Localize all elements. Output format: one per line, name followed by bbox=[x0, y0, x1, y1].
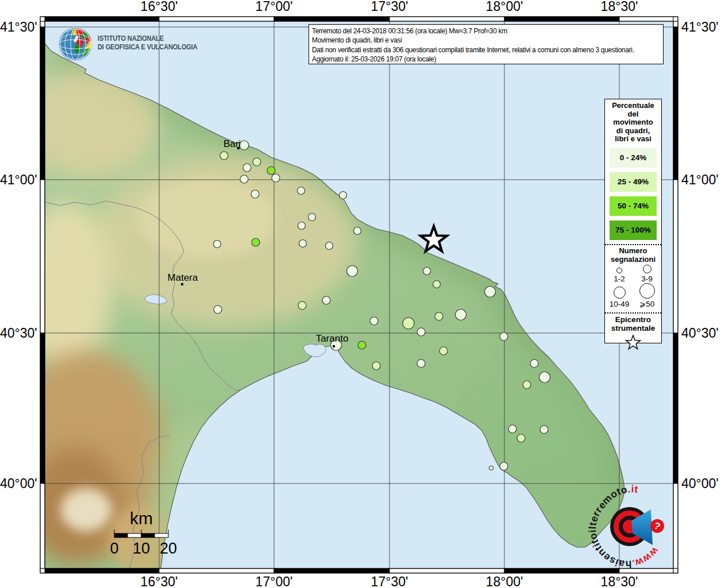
felt-report-point bbox=[214, 241, 221, 248]
lon-label-bottom-1700: 17°00' bbox=[234, 574, 314, 588]
felt-report-point bbox=[485, 287, 496, 297]
felt-report-point bbox=[403, 318, 414, 329]
felt-report-point bbox=[372, 362, 380, 370]
felt-report-point bbox=[299, 240, 307, 247]
felt-report-point bbox=[433, 281, 441, 288]
legend-count-title: Numero segnalazioni bbox=[605, 245, 661, 264]
lat-label-left-4030: 40°30' bbox=[0, 326, 37, 341]
felt-report-point bbox=[500, 462, 508, 470]
ingv-logo-text: ISTITUTO NAZIONALE DI GEOFISICA E VULCAN… bbox=[98, 34, 198, 51]
city-marker-icon bbox=[181, 283, 183, 285]
felt-report-point bbox=[298, 187, 305, 195]
felt-report-point bbox=[252, 238, 260, 246]
felt-report-point bbox=[220, 152, 228, 160]
ingv-line2: DI GEOFISICA E VULCANOLOGIA bbox=[98, 43, 198, 52]
lon-label-bottom-1800: 18°00' bbox=[464, 574, 545, 588]
legend-swatch-75-100: 75 - 100% bbox=[610, 220, 657, 240]
felt-report-point bbox=[326, 242, 333, 250]
lat-label-right-4100: 41°00' bbox=[681, 172, 721, 187]
event-info-box: Terremoto del 24-03-2018 00:31:56 (ora l… bbox=[309, 24, 664, 64]
felt-report-point bbox=[370, 317, 378, 325]
felt-report-point bbox=[251, 190, 259, 198]
felt-report-point bbox=[243, 164, 251, 172]
city-label-matera: Matera bbox=[148, 272, 217, 284]
lat-label-right-4000: 40°00' bbox=[681, 476, 721, 491]
map-body: www.haisentitoilterremoto.it ? bbox=[6, 21, 673, 574]
felt-report-point bbox=[523, 381, 531, 389]
city-label-bari: Bari bbox=[198, 138, 267, 150]
legend-epi-title-line: Epicentro bbox=[605, 315, 661, 324]
felt-report-point bbox=[508, 425, 516, 433]
lon-label-bottom-1630: 16°30' bbox=[119, 574, 199, 588]
count-label: 10-49 bbox=[610, 300, 630, 308]
felt-report-point bbox=[540, 425, 548, 434]
lon-label-bottom-1730: 17°30' bbox=[349, 574, 430, 588]
legend-count-grid: 1-2 3-9 10-49 ⩾50 bbox=[606, 265, 661, 308]
ingv-line1: ISTITUTO NAZIONALE bbox=[98, 34, 198, 43]
count-label: 1-2 bbox=[614, 274, 625, 283]
legend-pct-title: Percentuale del movimento di quadri, lib… bbox=[605, 99, 661, 144]
city-marker-icon bbox=[333, 345, 335, 347]
felt-report-point bbox=[517, 434, 525, 442]
felt-report-point bbox=[417, 328, 425, 336]
felt-report-point bbox=[439, 347, 448, 355]
felt-report-point bbox=[489, 466, 493, 470]
count-label: ⩾50 bbox=[639, 300, 654, 308]
scalebar-unit: km bbox=[113, 509, 170, 528]
lat-label-left-4100: 41°00' bbox=[0, 172, 37, 187]
felt-map-page: www.haisentitoilterremoto.it ? bbox=[0, 0, 721, 588]
felt-report-point bbox=[322, 296, 330, 304]
felt-report-point bbox=[500, 332, 508, 341]
felt-report-point bbox=[423, 268, 431, 275]
count-circle-icon bbox=[614, 287, 626, 299]
event-data-line: Dati non verificati estratti da 306 ques… bbox=[312, 45, 660, 55]
lat-label-left-4000: 40°00' bbox=[0, 476, 37, 491]
lon-label-top-1800: 18°00' bbox=[464, 0, 545, 14]
legend-pct-title-line: libri e vasi bbox=[605, 135, 661, 144]
felt-report-point bbox=[298, 222, 306, 230]
legend-swatch-25-49: 25 - 49% bbox=[610, 172, 657, 192]
felt-report-point bbox=[214, 305, 222, 314]
event-title-line: Terremoto del 24-03-2018 00:31:56 (ora l… bbox=[312, 26, 660, 36]
legend-count-3-9: 3-9 bbox=[633, 265, 661, 283]
legend-star-icon bbox=[623, 334, 643, 353]
legend-count-10-49: 10-49 bbox=[606, 283, 633, 308]
legend-swatch-50-74: 50 - 74% bbox=[610, 196, 657, 216]
legend-count-title-line: segnalazioni bbox=[605, 255, 661, 264]
felt-report-point bbox=[539, 372, 550, 383]
felt-report-point bbox=[530, 359, 538, 368]
legend-count-50plus: ⩾50 bbox=[633, 283, 661, 308]
lon-label-top-1700: 17°00' bbox=[234, 0, 314, 14]
lon-label-top-1730: 17°30' bbox=[349, 0, 430, 14]
count-circle-icon bbox=[639, 283, 655, 299]
legend-pct-title-line: di quadri, bbox=[605, 127, 661, 136]
count-label: 3-9 bbox=[641, 274, 653, 283]
scalebar-tick-20: 20 bbox=[151, 540, 186, 558]
lat-label-right-4130: 41°30' bbox=[681, 20, 721, 34]
felt-report-point bbox=[272, 174, 280, 182]
legend-count-1-2: 1-2 bbox=[606, 265, 633, 283]
event-updated-line: Aggiornato il: 25-03-2026 19:07 (ora loc… bbox=[312, 55, 660, 64]
lat-label-left-4130: 41°30' bbox=[0, 20, 37, 34]
city-marker-icon bbox=[237, 147, 240, 149]
legend-pct-title-line: movimento bbox=[605, 118, 661, 127]
count-circle-icon bbox=[616, 268, 622, 273]
felt-report-point bbox=[354, 227, 361, 235]
felt-report-point bbox=[267, 167, 275, 175]
count-circle-icon bbox=[643, 265, 651, 273]
felt-report-point bbox=[347, 266, 358, 277]
legend-pct-title-line: Percentuale bbox=[605, 102, 661, 110]
legend-pct-title-line: del bbox=[605, 110, 661, 119]
felt-report-point bbox=[340, 192, 347, 199]
felt-report-point bbox=[298, 301, 306, 310]
lon-label-top-1630: 16°30' bbox=[119, 0, 199, 14]
felt-report-point bbox=[456, 310, 466, 320]
city-label-taranto: Taranto bbox=[298, 333, 367, 345]
legend-epi-title-line: strumentale bbox=[605, 324, 661, 333]
lon-label-top-1830: 18°30' bbox=[579, 0, 660, 14]
lon-label-bottom-1830: 18°30' bbox=[579, 574, 660, 588]
felt-report-point bbox=[240, 175, 248, 183]
legend-panel: Percentuale del movimento di quadri, lib… bbox=[604, 99, 662, 343]
ingv-globe-icon bbox=[59, 28, 92, 61]
felt-report-point bbox=[435, 312, 443, 320]
